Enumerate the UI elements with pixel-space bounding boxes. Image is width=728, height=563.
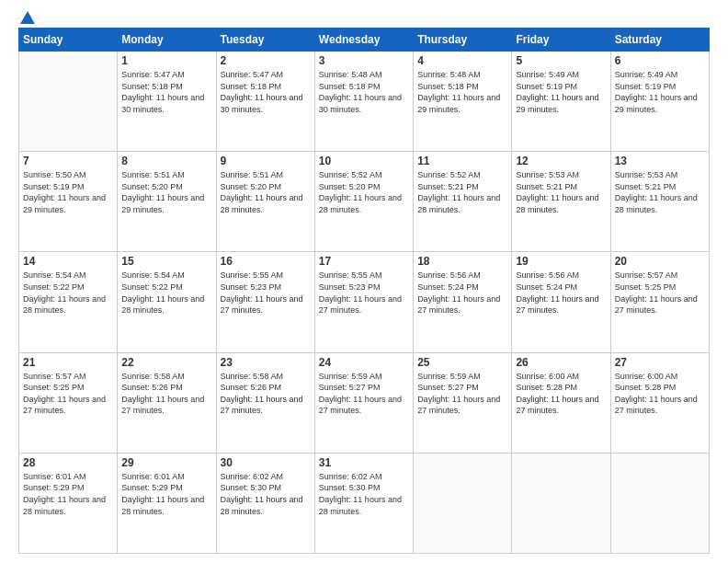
day-info: Sunrise: 5:52 AM Sunset: 5:20 PM Dayligh… xyxy=(319,169,409,215)
col-header-sunday: Sunday xyxy=(19,29,118,52)
day-number: 15 xyxy=(121,255,211,268)
day-number: 20 xyxy=(615,255,705,268)
calendar-cell xyxy=(414,453,512,553)
day-number: 9 xyxy=(221,155,311,167)
day-info: Sunrise: 5:59 AM Sunset: 5:27 PM Dayligh… xyxy=(319,371,409,417)
day-number: 26 xyxy=(516,356,606,369)
day-number: 30 xyxy=(221,456,311,469)
calendar-cell: 16Sunrise: 5:55 AM Sunset: 5:23 PM Dayli… xyxy=(216,252,314,352)
calendar-cell: 14Sunrise: 5:54 AM Sunset: 5:22 PM Dayli… xyxy=(19,252,118,352)
day-number: 22 xyxy=(121,356,211,369)
calendar-cell xyxy=(610,453,709,553)
calendar-cell: 29Sunrise: 6:01 AM Sunset: 5:29 PM Dayli… xyxy=(118,453,216,553)
day-info: Sunrise: 5:54 AM Sunset: 5:22 PM Dayligh… xyxy=(121,270,211,316)
day-number: 5 xyxy=(516,54,606,67)
day-number: 23 xyxy=(221,356,311,369)
day-number: 12 xyxy=(516,155,606,167)
day-info: Sunrise: 5:50 AM Sunset: 5:19 PM Dayligh… xyxy=(23,169,113,215)
calendar-cell: 30Sunrise: 6:02 AM Sunset: 5:30 PM Dayli… xyxy=(216,453,314,553)
page: SundayMondayTuesdayWednesdayThursdayFrid… xyxy=(0,0,728,563)
calendar-week-3: 14Sunrise: 5:54 AM Sunset: 5:22 PM Dayli… xyxy=(19,252,710,352)
day-number: 2 xyxy=(221,54,311,67)
day-number: 16 xyxy=(221,255,311,268)
day-info: Sunrise: 5:53 AM Sunset: 5:21 PM Dayligh… xyxy=(615,169,705,215)
calendar-cell: 10Sunrise: 5:52 AM Sunset: 5:20 PM Dayli… xyxy=(314,152,413,252)
day-info: Sunrise: 5:48 AM Sunset: 5:18 PM Dayligh… xyxy=(417,69,507,115)
day-number: 24 xyxy=(319,356,409,369)
day-number: 13 xyxy=(615,155,705,167)
day-info: Sunrise: 5:51 AM Sunset: 5:20 PM Dayligh… xyxy=(221,169,311,215)
calendar-cell: 8Sunrise: 5:51 AM Sunset: 5:20 PM Daylig… xyxy=(118,152,216,252)
calendar-cell: 7Sunrise: 5:50 AM Sunset: 5:19 PM Daylig… xyxy=(19,152,118,252)
day-info: Sunrise: 5:47 AM Sunset: 5:18 PM Dayligh… xyxy=(221,69,311,115)
calendar-week-2: 7Sunrise: 5:50 AM Sunset: 5:19 PM Daylig… xyxy=(19,152,710,252)
day-info: Sunrise: 5:57 AM Sunset: 5:25 PM Dayligh… xyxy=(615,270,705,316)
day-info: Sunrise: 5:49 AM Sunset: 5:19 PM Dayligh… xyxy=(516,69,606,115)
day-number: 17 xyxy=(319,255,409,268)
calendar-cell xyxy=(19,52,118,152)
day-number: 4 xyxy=(417,54,507,67)
day-info: Sunrise: 5:58 AM Sunset: 5:26 PM Dayligh… xyxy=(221,371,311,417)
day-info: Sunrise: 5:48 AM Sunset: 5:18 PM Dayligh… xyxy=(319,69,409,115)
day-info: Sunrise: 6:02 AM Sunset: 5:30 PM Dayligh… xyxy=(221,471,311,517)
day-number: 7 xyxy=(23,155,113,167)
calendar-cell: 15Sunrise: 5:54 AM Sunset: 5:22 PM Dayli… xyxy=(118,252,216,352)
day-info: Sunrise: 5:58 AM Sunset: 5:26 PM Dayligh… xyxy=(121,371,211,417)
calendar-cell: 18Sunrise: 5:56 AM Sunset: 5:24 PM Dayli… xyxy=(414,252,512,352)
day-info: Sunrise: 6:01 AM Sunset: 5:29 PM Dayligh… xyxy=(23,471,113,517)
calendar-cell: 27Sunrise: 6:00 AM Sunset: 5:28 PM Dayli… xyxy=(610,352,709,453)
day-info: Sunrise: 6:02 AM Sunset: 5:30 PM Dayligh… xyxy=(319,471,409,517)
calendar-cell: 28Sunrise: 6:01 AM Sunset: 5:29 PM Dayli… xyxy=(19,453,118,553)
day-info: Sunrise: 6:00 AM Sunset: 5:28 PM Dayligh… xyxy=(516,371,606,417)
day-number: 10 xyxy=(319,155,409,167)
day-info: Sunrise: 5:56 AM Sunset: 5:24 PM Dayligh… xyxy=(516,270,606,316)
calendar-header-row: SundayMondayTuesdayWednesdayThursdayFrid… xyxy=(19,29,710,52)
col-header-friday: Friday xyxy=(512,29,610,52)
calendar-week-4: 21Sunrise: 5:57 AM Sunset: 5:25 PM Dayli… xyxy=(19,352,710,453)
day-info: Sunrise: 5:52 AM Sunset: 5:21 PM Dayligh… xyxy=(417,169,507,215)
day-info: Sunrise: 5:55 AM Sunset: 5:23 PM Dayligh… xyxy=(319,270,409,316)
calendar-cell: 5Sunrise: 5:49 AM Sunset: 5:19 PM Daylig… xyxy=(512,52,610,152)
calendar-cell: 3Sunrise: 5:48 AM Sunset: 5:18 PM Daylig… xyxy=(314,52,413,152)
calendar-cell: 6Sunrise: 5:49 AM Sunset: 5:19 PM Daylig… xyxy=(610,52,709,152)
calendar-table: SundayMondayTuesdayWednesdayThursdayFrid… xyxy=(18,28,710,554)
calendar-cell: 1Sunrise: 5:47 AM Sunset: 5:18 PM Daylig… xyxy=(118,52,216,152)
day-info: Sunrise: 5:49 AM Sunset: 5:19 PM Dayligh… xyxy=(615,69,705,115)
day-number: 28 xyxy=(23,456,113,469)
calendar-cell: 17Sunrise: 5:55 AM Sunset: 5:23 PM Dayli… xyxy=(314,252,413,352)
calendar-cell: 2Sunrise: 5:47 AM Sunset: 5:18 PM Daylig… xyxy=(216,52,314,152)
day-info: Sunrise: 5:47 AM Sunset: 5:18 PM Dayligh… xyxy=(121,69,211,115)
calendar-cell: 26Sunrise: 6:00 AM Sunset: 5:28 PM Dayli… xyxy=(512,352,610,453)
calendar-cell: 25Sunrise: 5:59 AM Sunset: 5:27 PM Dayli… xyxy=(414,352,512,453)
day-info: Sunrise: 5:51 AM Sunset: 5:20 PM Dayligh… xyxy=(121,169,211,215)
day-number: 21 xyxy=(23,356,113,369)
calendar-week-5: 28Sunrise: 6:01 AM Sunset: 5:29 PM Dayli… xyxy=(19,453,710,553)
calendar-cell: 31Sunrise: 6:02 AM Sunset: 5:30 PM Dayli… xyxy=(314,453,413,553)
logo-triangle-icon xyxy=(20,11,35,24)
logo xyxy=(18,15,35,20)
calendar-cell: 22Sunrise: 5:58 AM Sunset: 5:26 PM Dayli… xyxy=(118,352,216,453)
day-info: Sunrise: 5:54 AM Sunset: 5:22 PM Dayligh… xyxy=(23,270,113,316)
calendar-cell: 23Sunrise: 5:58 AM Sunset: 5:26 PM Dayli… xyxy=(216,352,314,453)
col-header-saturday: Saturday xyxy=(610,29,709,52)
col-header-tuesday: Tuesday xyxy=(216,29,314,52)
day-number: 29 xyxy=(121,456,211,469)
calendar-cell: 19Sunrise: 5:56 AM Sunset: 5:24 PM Dayli… xyxy=(512,252,610,352)
day-info: Sunrise: 5:55 AM Sunset: 5:23 PM Dayligh… xyxy=(221,270,311,316)
day-info: Sunrise: 6:00 AM Sunset: 5:28 PM Dayligh… xyxy=(615,371,705,417)
day-info: Sunrise: 5:53 AM Sunset: 5:21 PM Dayligh… xyxy=(516,169,606,215)
day-info: Sunrise: 5:59 AM Sunset: 5:27 PM Dayligh… xyxy=(417,371,507,417)
calendar-cell: 4Sunrise: 5:48 AM Sunset: 5:18 PM Daylig… xyxy=(414,52,512,152)
calendar-cell: 21Sunrise: 5:57 AM Sunset: 5:25 PM Dayli… xyxy=(19,352,118,453)
day-number: 3 xyxy=(319,54,409,67)
calendar-cell: 20Sunrise: 5:57 AM Sunset: 5:25 PM Dayli… xyxy=(610,252,709,352)
day-number: 14 xyxy=(23,255,113,268)
header xyxy=(18,15,710,20)
day-number: 11 xyxy=(417,155,507,167)
col-header-monday: Monday xyxy=(118,29,216,52)
day-info: Sunrise: 5:57 AM Sunset: 5:25 PM Dayligh… xyxy=(23,371,113,417)
calendar-week-1: 1Sunrise: 5:47 AM Sunset: 5:18 PM Daylig… xyxy=(19,52,710,152)
day-number: 25 xyxy=(417,356,507,369)
day-number: 6 xyxy=(615,54,705,67)
col-header-wednesday: Wednesday xyxy=(314,29,413,52)
